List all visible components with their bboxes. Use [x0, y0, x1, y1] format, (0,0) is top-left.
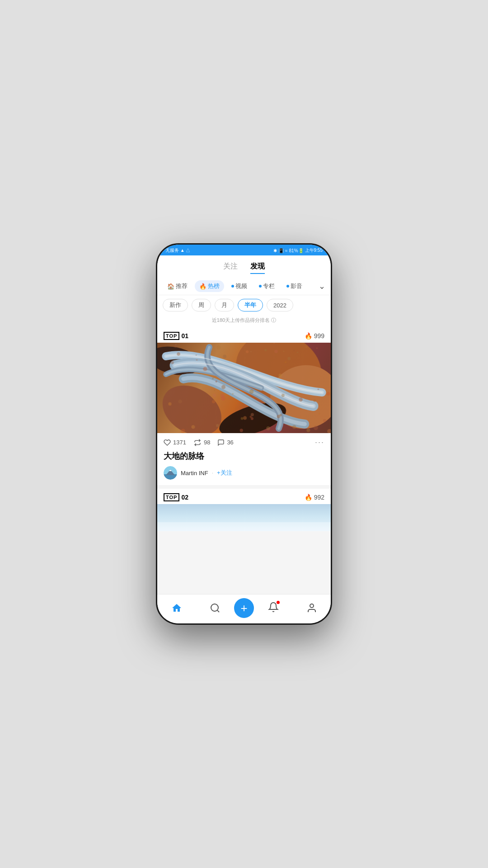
tab-follow[interactable]: 关注	[223, 260, 238, 274]
svg-point-0	[211, 604, 218, 611]
post-title-1: 大地的脉络	[157, 451, 331, 466]
cat-media[interactable]: 影音	[282, 280, 307, 292]
header: 关注 发现 🏠 推荐 🔥 热榜 视频 专栏	[157, 255, 331, 327]
stats-row-1: 1371 98	[157, 433, 331, 451]
score-flame-1: 🔥	[305, 332, 312, 340]
svg-point-2	[310, 604, 314, 608]
cat-video[interactable]: 视频	[227, 280, 252, 292]
more-options[interactable]: ···	[315, 438, 324, 447]
nav-search[interactable]	[196, 603, 234, 613]
status-right: ✱ 📳 ≈ 81%🔋 上午9:55	[273, 247, 323, 254]
battery-icon: 81%🔋	[289, 248, 304, 253]
status-bar: 无服务 ▲ △ ✱ 📳 ≈ 81%🔋 上午9:55	[157, 245, 331, 255]
content-area[interactable]: TOP 01 🔥 999	[157, 327, 331, 594]
top2-photo-preview[interactable]	[157, 504, 331, 531]
score-value-2: 992	[314, 494, 324, 501]
svg-line-1	[217, 610, 219, 612]
home-icon	[171, 603, 182, 613]
phone-frame: 无服务 ▲ △ ✱ 📳 ≈ 81%🔋 上午9:55 关注 发现 🏠 推荐	[156, 243, 332, 625]
rank-label-2: TOP 02	[164, 493, 188, 501]
time-filter: 新作 周 月 半年 2022	[157, 295, 331, 315]
shares-stat[interactable]: 98	[193, 439, 210, 446]
cat-hot-label: 热榜	[208, 282, 220, 290]
cat-recommend[interactable]: 🏠 推荐	[163, 280, 192, 292]
bottom-nav: +	[157, 594, 331, 623]
flame-cat-icon: 🔥	[199, 283, 206, 290]
post-photo-1[interactable]	[157, 343, 331, 433]
video-dot	[231, 285, 234, 288]
cat-column[interactable]: 专栏	[254, 280, 279, 292]
rank-row-1: TOP 01 🔥 999	[157, 327, 331, 343]
vibrate-icon: 📳	[278, 248, 284, 253]
status-left: 无服务 ▲ △	[165, 247, 190, 254]
profile-icon	[306, 603, 317, 613]
nav-profile[interactable]	[292, 603, 331, 613]
rank-number-2: 02	[181, 494, 188, 501]
time: 上午9:55	[305, 247, 323, 254]
filter-month[interactable]: 月	[215, 299, 234, 311]
tab-discover[interactable]: 发现	[250, 260, 265, 274]
notification-wrapper	[268, 602, 279, 614]
media-dot	[286, 285, 289, 288]
author-name-1[interactable]: Martin INF	[181, 470, 208, 476]
rank-score-1: 🔥 999	[305, 332, 324, 340]
filter-2022[interactable]: 2022	[267, 299, 293, 311]
heart-icon	[164, 439, 171, 446]
header-tabs: 关注 发现	[157, 260, 331, 274]
follow-button-1[interactable]: +关注	[217, 469, 232, 477]
post-card-2: TOP 02 🔥 992	[157, 489, 331, 531]
dot-separator: ·	[212, 470, 213, 476]
share-icon	[193, 439, 202, 446]
nav-add-button[interactable]: +	[234, 598, 254, 618]
ranking-subtitle: 近180天上传作品得分排名 ⓘ	[157, 315, 331, 327]
cat-recommend-label: 推荐	[176, 282, 188, 290]
nav-notification[interactable]	[254, 602, 292, 614]
filter-new[interactable]: 新作	[163, 299, 188, 311]
photo-canvas-1	[157, 343, 331, 433]
likes-count: 1371	[173, 439, 186, 446]
comments-count: 36	[227, 439, 233, 446]
notification-dot	[277, 601, 280, 604]
phone-screen: 无服务 ▲ △ ✱ 📳 ≈ 81%🔋 上午9:55 关注 发现 🏠 推荐	[157, 245, 331, 623]
cat-hot[interactable]: 🔥 热榜	[195, 280, 224, 292]
filter-halfyear[interactable]: 半年	[238, 299, 263, 311]
shares-count: 98	[204, 439, 210, 446]
comments-stat[interactable]: 36	[217, 439, 233, 446]
top-badge-1: TOP	[164, 332, 179, 340]
cat-media-label: 影音	[291, 282, 302, 290]
wifi-icon: ≈	[285, 248, 288, 253]
rank-number-1: 01	[181, 332, 188, 340]
rank-label-1: TOP 01	[164, 332, 188, 340]
score-flame-2: 🔥	[305, 494, 312, 501]
author-row-1: Martin INF · +关注	[157, 466, 331, 485]
nav-home[interactable]	[157, 603, 196, 613]
search-icon	[210, 603, 221, 613]
rank-row-2: TOP 02 🔥 992	[157, 489, 331, 504]
column-dot	[259, 285, 262, 288]
rank-score-2: 🔥 992	[305, 494, 324, 501]
author-avatar-1[interactable]	[164, 466, 177, 480]
category-bar: 🏠 推荐 🔥 热榜 视频 专栏 影音	[157, 278, 331, 295]
expand-icon[interactable]: ⌄	[319, 281, 325, 291]
comment-icon	[217, 439, 225, 446]
filter-week[interactable]: 周	[192, 299, 211, 311]
bluetooth-icon: ✱	[273, 248, 277, 253]
top-badge-2: TOP	[164, 493, 179, 501]
cat-video-label: 视频	[235, 282, 247, 290]
avatar-canvas	[164, 466, 177, 480]
score-value-1: 999	[314, 332, 324, 340]
cat-column-label: 专栏	[263, 282, 275, 290]
preview-canvas-2	[157, 504, 331, 531]
post-card-1: TOP 01 🔥 999	[157, 327, 331, 485]
likes-stat[interactable]: 1371	[164, 439, 186, 446]
recommend-icon: 🏠	[167, 283, 174, 290]
